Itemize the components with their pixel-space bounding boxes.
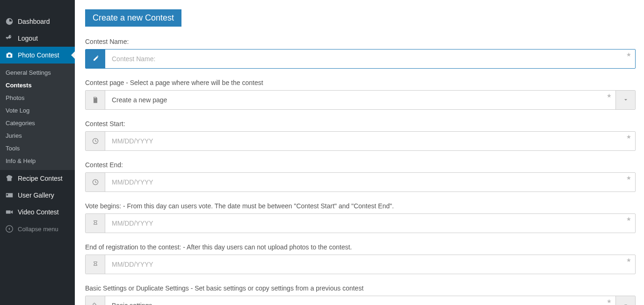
- sidebar-subitem-info-help[interactable]: Info & Help: [0, 155, 75, 167]
- label-contest-page: Contest page - Select a page where where…: [85, 79, 636, 86]
- sidebar-subitem-general-settings[interactable]: General Settings: [0, 66, 75, 79]
- label-contest-end: Contest End:: [85, 161, 636, 169]
- contest-end-input[interactable]: [105, 173, 635, 192]
- required-star-icon: ★: [626, 175, 631, 181]
- video-icon: [5, 207, 14, 217]
- field-group-contest-start: Contest Start: ★: [85, 120, 636, 151]
- input-row-contest-page: Create a new page ★: [85, 90, 636, 110]
- hourglass-icon: [86, 255, 105, 274]
- hourglass-icon: [86, 214, 105, 233]
- input-row-vote-begins: ★: [85, 213, 636, 233]
- required-star-icon: ★: [626, 216, 631, 222]
- sidebar-item-dashboard[interactable]: Dashboard: [0, 13, 75, 30]
- field-group-settings: Basic Settings or Duplicate Settings - S…: [85, 284, 636, 305]
- field-group-contest-end: Contest End: ★: [85, 161, 636, 192]
- sidebar-subitem-vote-log[interactable]: Vote Log: [0, 104, 75, 117]
- registration-end-input[interactable]: [105, 255, 635, 274]
- sidebar-label-user-gallery: User Gallery: [18, 192, 54, 199]
- sidebar-subitem-photos[interactable]: Photos: [0, 92, 75, 104]
- chef-icon: [5, 174, 14, 183]
- sidebar-item-user-gallery[interactable]: User Gallery: [0, 187, 75, 204]
- camera-icon: [5, 50, 14, 60]
- sidebar-item-video-contest[interactable]: Video Contest: [0, 204, 75, 220]
- key-icon: [5, 34, 14, 43]
- contest-name-input[interactable]: [105, 50, 635, 68]
- contest-page-value[interactable]: Create a new page: [105, 91, 615, 109]
- field-group-vote-begins: Vote begins: - From this day can users v…: [85, 202, 636, 233]
- collapse-icon: [5, 224, 14, 234]
- sidebar-subitem-contests[interactable]: Contests: [0, 79, 75, 92]
- settings-value[interactable]: Basic settings: [105, 296, 615, 305]
- sidebar-subitem-categories[interactable]: Categories: [0, 117, 75, 129]
- required-star-icon: ★: [607, 298, 612, 305]
- id-card-icon: [5, 191, 14, 200]
- gears-icon: [86, 296, 105, 305]
- sidebar-collapse[interactable]: Collapse menu: [0, 220, 75, 237]
- clock-icon: [86, 173, 105, 192]
- dashboard-icon: [5, 17, 14, 26]
- sidebar-label-recipe-contest: Recipe Contest: [18, 175, 63, 182]
- clock-icon: [86, 132, 105, 150]
- required-star-icon: ★: [626, 51, 631, 58]
- sidebar-label-dashboard: Dashboard: [18, 18, 50, 25]
- settings-dropdown-toggle[interactable]: [615, 296, 635, 305]
- input-row-contest-start: ★: [85, 131, 636, 151]
- input-row-registration-end: ★: [85, 255, 636, 274]
- required-star-icon: ★: [607, 92, 612, 99]
- sidebar-item-photo-contest[interactable]: Photo Contest: [0, 47, 75, 64]
- contest-start-input[interactable]: [105, 132, 635, 150]
- contest-page-dropdown-toggle[interactable]: [615, 91, 635, 109]
- page-title: Create a new Contest: [85, 9, 181, 27]
- page-icon: [86, 91, 105, 109]
- pencil-icon: [86, 50, 105, 68]
- vote-begins-input[interactable]: [105, 214, 635, 233]
- svg-point-3: [93, 303, 95, 305]
- label-settings: Basic Settings or Duplicate Settings - S…: [85, 284, 636, 292]
- sidebar-label-collapse: Collapse menu: [18, 226, 58, 233]
- input-row-settings: Basic settings ★: [85, 296, 636, 305]
- required-star-icon: ★: [626, 134, 631, 140]
- chevron-down-icon: [623, 97, 629, 103]
- label-vote-begins: Vote begins: - From this day can users v…: [85, 202, 636, 210]
- sidebar-item-logout[interactable]: Logout: [0, 30, 75, 47]
- admin-sidebar: Dashboard Logout Photo Contest General S…: [0, 0, 75, 305]
- input-row-contest-end: ★: [85, 172, 636, 192]
- chevron-down-icon: [623, 303, 629, 305]
- input-row-contest-name: ★: [85, 49, 636, 69]
- main-content: Create a new Contest Contest Name: ★ Con…: [75, 0, 644, 305]
- sidebar-label-video-contest: Video Contest: [18, 208, 59, 216]
- required-star-icon: ★: [626, 257, 631, 263]
- sidebar-item-recipe-contest[interactable]: Recipe Contest: [0, 170, 75, 187]
- sidebar-label-logout: Logout: [18, 35, 38, 42]
- label-contest-start: Contest Start:: [85, 120, 636, 128]
- field-group-contest-name: Contest Name: ★: [85, 38, 636, 69]
- sidebar-submenu: General Settings Contests Photos Vote Lo…: [0, 64, 75, 170]
- sidebar-subitem-juries[interactable]: Juries: [0, 129, 75, 142]
- sidebar-label-photo-contest: Photo Contest: [18, 51, 59, 59]
- sidebar-subitem-tools[interactable]: Tools: [0, 142, 75, 155]
- field-group-registration-end: End of registration to the contest: - Af…: [85, 243, 636, 274]
- field-group-contest-page: Contest page - Select a page where where…: [85, 79, 636, 110]
- label-contest-name: Contest Name:: [85, 38, 636, 45]
- label-registration-end: End of registration to the contest: - Af…: [85, 243, 636, 251]
